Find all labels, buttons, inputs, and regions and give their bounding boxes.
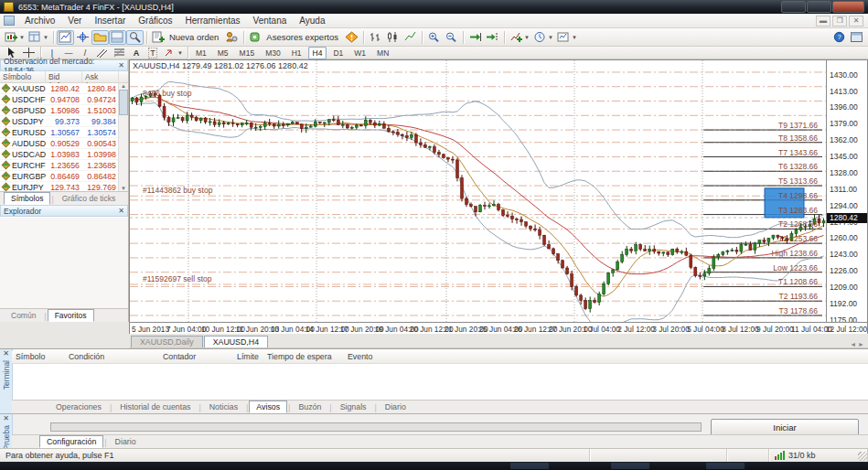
window-title: 6553: MetaTrader 4 FinFX - [XAUUSD,H4] bbox=[18, 3, 174, 12]
auto-scroll-toggle[interactable] bbox=[466, 30, 484, 45]
periods-button[interactable]: ▼ bbox=[531, 30, 555, 45]
tab-com-n[interactable]: Común bbox=[4, 309, 43, 322]
close-icon[interactable]: ✕ bbox=[118, 62, 124, 69]
zoom-out-button[interactable] bbox=[443, 30, 460, 45]
profiles-button[interactable]: ▼ bbox=[27, 30, 50, 45]
navigator-toggle[interactable] bbox=[91, 30, 109, 45]
minimize-button[interactable] bbox=[781, 1, 806, 13]
order-label: #11592697 sell stop bbox=[143, 274, 212, 283]
text-label-tool[interactable]: T bbox=[145, 46, 161, 60]
chart-tab-xauusd-h4[interactable]: XAUUSD,H4 bbox=[204, 336, 268, 347]
tab-diario[interactable]: Diario bbox=[378, 401, 413, 413]
table-row[interactable]: USDCHF0.947080.94724 bbox=[0, 94, 128, 105]
terminal-column-header[interactable]: Evento bbox=[344, 351, 417, 363]
terminal-column-header[interactable]: Tiempo de espera bbox=[263, 351, 344, 363]
tab-gr-fico-de-ticks[interactable]: Gráfico de ticks bbox=[55, 192, 123, 205]
experts-status-button[interactable] bbox=[343, 30, 360, 45]
chart-tab-xauusd-daily[interactable]: XAUUSD,Daily bbox=[131, 336, 203, 347]
timeframe-m30[interactable]: M30 bbox=[261, 47, 285, 59]
menu-item-insertar[interactable]: Insertar bbox=[88, 15, 132, 27]
mdi-close-button[interactable]: ✕ bbox=[849, 16, 863, 27]
mdi-minimize-button[interactable]: ▬ bbox=[816, 16, 830, 27]
market-watch-column-header[interactable]: Símbolo bbox=[0, 71, 46, 82]
table-row[interactable]: AUDUSD0.905290.90543 bbox=[0, 138, 128, 149]
tab-signals[interactable]: Signals bbox=[333, 401, 374, 413]
terminal-column-header[interactable]: Límite bbox=[233, 351, 263, 363]
market-watch-toggle[interactable] bbox=[57, 30, 74, 45]
tab-buz-n[interactable]: Buzón bbox=[291, 401, 328, 413]
tab-avisos[interactable]: Avisos bbox=[249, 401, 287, 413]
table-row[interactable]: GBPUSD1.509861.51003 bbox=[0, 105, 128, 116]
traffic-label: 31/0 kb bbox=[788, 451, 816, 460]
arrows-tool[interactable]: ▼ bbox=[161, 46, 185, 60]
tab-favoritos[interactable]: Favoritos bbox=[48, 309, 94, 322]
indicators-icon bbox=[509, 31, 523, 43]
table-row[interactable]: EURGBP0.864690.86482 bbox=[0, 171, 128, 182]
tab-noticias[interactable]: Noticias bbox=[202, 401, 245, 413]
terminal-toggle[interactable] bbox=[109, 30, 126, 45]
terminal-column-header[interactable]: Símbolo bbox=[12, 351, 65, 363]
chart-window-icon[interactable] bbox=[4, 16, 15, 26]
chart-candles-button[interactable] bbox=[384, 30, 402, 45]
strategy-tester-toggle[interactable] bbox=[126, 30, 144, 45]
timeframe-m15[interactable]: M15 bbox=[235, 47, 260, 59]
fullscreen-button[interactable] bbox=[848, 30, 865, 45]
new-chart-button[interactable]: ▼ bbox=[3, 30, 27, 45]
close-icon[interactable]: ✕ bbox=[118, 208, 124, 215]
tab-configuraci-n[interactable]: Configuración bbox=[39, 435, 103, 448]
terminal-column-header[interactable]: Condición bbox=[65, 351, 159, 363]
close-icon[interactable]: ✕ bbox=[3, 349, 9, 358]
text-tool[interactable]: A bbox=[128, 46, 145, 60]
price-axis[interactable]: 1430.001413.001396.001379.001362.001345.… bbox=[826, 60, 868, 322]
table-row[interactable]: USDCAD1.039831.03998 bbox=[0, 149, 128, 160]
new-order-button[interactable]: Nueva orden bbox=[150, 30, 223, 45]
timeframe-m5[interactable]: M5 bbox=[213, 47, 233, 59]
menu-item-herramientas[interactable]: Herramientas bbox=[179, 15, 247, 27]
tab-diario[interactable]: Diario bbox=[108, 435, 144, 448]
timeframe-h1[interactable]: H1 bbox=[287, 47, 306, 59]
menu-item-ver[interactable]: Ver bbox=[61, 15, 88, 27]
timeframe-m1[interactable]: M1 bbox=[191, 47, 211, 59]
market-watch-column-header[interactable]: Ask (De... bbox=[82, 71, 119, 82]
market-watch-scrollbar[interactable]: ▲ ▼ bbox=[118, 83, 128, 191]
maximize-button[interactable] bbox=[807, 1, 831, 13]
tab-operaciones[interactable]: Operaciones bbox=[48, 401, 109, 413]
resize-grip[interactable] bbox=[858, 452, 867, 461]
tab-historial-de-cuentas[interactable]: Historial de cuentas bbox=[113, 401, 198, 413]
mdi-restore-button[interactable]: ❐ bbox=[832, 16, 847, 27]
table-row[interactable]: XAUUSD1280.421280.84 bbox=[0, 83, 128, 94]
timeframe-w1[interactable]: W1 bbox=[349, 47, 370, 59]
menu-item-gráficos[interactable]: Gráficos bbox=[132, 15, 178, 27]
table-row[interactable]: USDJPY99.37399.384 bbox=[0, 116, 128, 127]
chart-line-button[interactable] bbox=[402, 30, 419, 45]
close-icon[interactable]: ✕ bbox=[3, 414, 9, 422]
indicators-button[interactable]: ▼ bbox=[508, 30, 531, 45]
timeframe-mn[interactable]: MN bbox=[372, 47, 393, 59]
table-row[interactable]: EURJPY129.743129.769 bbox=[0, 182, 128, 191]
table-row[interactable]: EURUSD1.305671.30574 bbox=[0, 127, 128, 138]
scroll-down-icon[interactable]: ▼ bbox=[121, 186, 126, 191]
expert-advisors-button[interactable]: Asesores expertos bbox=[247, 30, 343, 45]
help-button[interactable]: ? bbox=[830, 30, 848, 45]
menu-item-ayuda[interactable]: Ayuda bbox=[293, 15, 331, 27]
timeframe-h4[interactable]: H4 bbox=[308, 47, 327, 59]
scrollbar-thumb[interactable] bbox=[119, 90, 128, 115]
timeframe-d1[interactable]: D1 bbox=[328, 47, 348, 59]
tab-s-mbolos[interactable]: Símbolos bbox=[4, 192, 50, 205]
metaeditor-button[interactable] bbox=[223, 30, 241, 45]
scroll-up-icon[interactable]: ▲ bbox=[121, 83, 126, 89]
chart-tab-scroll-icons[interactable]: ◄ ► bbox=[850, 341, 868, 347]
zoom-in-button[interactable] bbox=[425, 30, 443, 45]
menu-item-archivo[interactable]: Archivo bbox=[18, 15, 61, 27]
templates-button[interactable]: ▼ bbox=[555, 30, 579, 45]
close-button[interactable] bbox=[832, 1, 864, 13]
menu-item-ventana[interactable]: Ventana bbox=[247, 15, 294, 27]
table-row[interactable]: EURCHF1.236561.23685 bbox=[0, 160, 128, 171]
terminal-column-header[interactable]: Contador bbox=[159, 351, 233, 363]
market-watch-column-header[interactable]: Bid (Of... bbox=[46, 71, 82, 82]
chart-shift-toggle[interactable] bbox=[484, 30, 501, 45]
time-axis[interactable]: 5 Jun 20137 Jun 04:0010 Jun 12:0011 Jun … bbox=[130, 322, 867, 335]
data-window-toggle[interactable] bbox=[74, 30, 91, 45]
chart-canvas[interactable]: XAUUSD,H4 1279.49 1281.02 1276.06 1280.4… bbox=[130, 60, 826, 322]
chart-bars-button[interactable] bbox=[367, 30, 384, 45]
